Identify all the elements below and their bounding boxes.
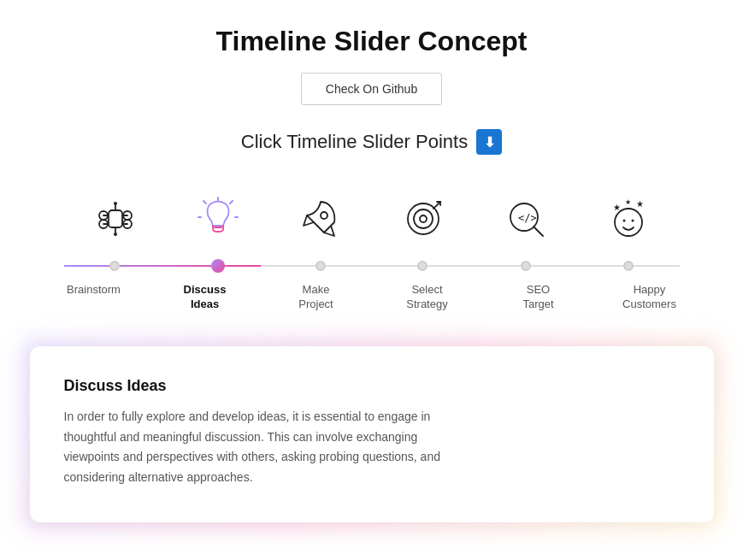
track-fill — [64, 265, 261, 267]
make-icon — [291, 189, 351, 249]
label-seo[interactable]: SEOTarget — [483, 283, 594, 312]
dot-make[interactable] — [315, 261, 326, 271]
timeline-item-happy[interactable]: ★ ★ ★ — [577, 189, 680, 249]
down-arrow-icon: ⬇ — [476, 129, 502, 155]
label-brainstorm[interactable]: Brainstorm — [38, 283, 150, 312]
select-icon — [393, 189, 453, 249]
timeline-item-brainstorm[interactable] — [64, 189, 167, 249]
dot-select[interactable] — [417, 261, 428, 271]
timeline-item-discuss[interactable] — [167, 189, 269, 249]
svg-rect-0 — [109, 210, 122, 227]
content-card-wrapper: Discuss Ideas In order to fully explore … — [21, 338, 722, 531]
seo-icon: </> — [496, 189, 556, 249]
discuss-icon — [188, 189, 248, 249]
content-card: Discuss Ideas In order to fully explore … — [30, 346, 714, 522]
track-row — [21, 257, 722, 274]
svg-text:</>: </> — [518, 212, 537, 224]
github-button[interactable]: Check On Github — [301, 73, 442, 105]
svg-point-22 — [420, 215, 427, 222]
label-make[interactable]: MakeProject — [261, 283, 372, 312]
label-happy[interactable]: HappyCustomers — [594, 283, 705, 312]
svg-text:★: ★ — [613, 203, 621, 212]
brainstorm-icon — [86, 189, 145, 249]
timeline-item-select[interactable] — [372, 189, 475, 249]
labels-row: Brainstorm DiscussIdeas MakeProject Sele… — [21, 283, 722, 312]
svg-text:★: ★ — [625, 198, 631, 206]
card-title: Discuss Ideas — [64, 377, 680, 395]
dot-discuss[interactable] — [211, 259, 225, 273]
page-title: Timeline Slider Concept — [216, 26, 528, 57]
icons-row: </> ★ ★ ★ — [21, 189, 722, 249]
card-body: In order to fully explore and develop id… — [64, 407, 475, 488]
page-container: Timeline Slider Concept Check On Github … — [0, 0, 743, 560]
dot-happy[interactable] — [623, 261, 634, 271]
svg-line-15 — [230, 201, 233, 203]
svg-point-27 — [615, 209, 642, 236]
timeline-item-make[interactable] — [269, 189, 372, 249]
label-discuss[interactable]: DiscussIdeas — [150, 283, 261, 312]
svg-text:★: ★ — [636, 199, 644, 209]
svg-point-28 — [622, 220, 625, 222]
instruction-row: Click Timeline Slider Points ⬇ — [241, 129, 502, 155]
svg-point-21 — [414, 209, 433, 228]
happy-icon: ★ ★ ★ — [599, 189, 658, 249]
svg-point-29 — [631, 220, 634, 222]
svg-line-14 — [203, 201, 206, 203]
svg-line-23 — [433, 202, 440, 209]
svg-line-25 — [534, 227, 543, 236]
dot-seo[interactable] — [521, 261, 531, 271]
svg-point-12 — [114, 233, 117, 236]
timeline-section: </> ★ ★ ★ — [21, 189, 722, 312]
instruction-text: Click Timeline Slider Points — [241, 131, 468, 153]
dot-brainstorm[interactable] — [109, 261, 120, 271]
svg-point-19 — [321, 212, 327, 219]
timeline-item-seo[interactable]: </> — [475, 189, 577, 249]
label-select[interactable]: SelectStrategy — [372, 283, 483, 312]
svg-point-11 — [114, 202, 117, 205]
